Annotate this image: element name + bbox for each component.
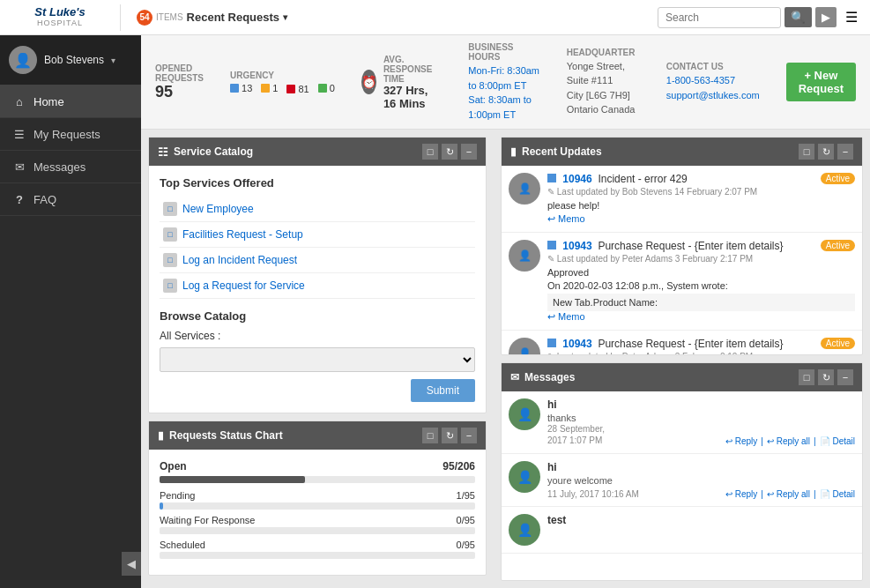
requests-chart-body: Open 95/206 Pending 1/95 xyxy=(149,450,486,575)
update-by-1: Last updated by Peter Adams 3 February 2… xyxy=(557,254,753,264)
recent-updates-list: 👤 10946 Incident - error 429 Active xyxy=(502,166,862,354)
messages-title: Messages xyxy=(524,371,575,383)
grid-icon: ☷ xyxy=(158,145,168,159)
reply-link-0[interactable]: ↩ Reply xyxy=(725,436,757,446)
service-item-2[interactable]: □ Log an Incident Request xyxy=(160,248,475,273)
messages-refresh-button[interactable]: ↻ xyxy=(818,369,834,385)
chart-row-label-pending: Pending 1/95 xyxy=(160,490,475,501)
submit-button[interactable]: Submit xyxy=(411,379,475,402)
requests-chart-controls: □ ↻ − xyxy=(422,428,477,443)
search-area: 🔍 ▶ ☰ xyxy=(658,7,863,28)
urgency-stat: URGENCY 13 1 81 0 xyxy=(230,71,335,94)
update-header-0: 10946 Incident - error 429 Active xyxy=(547,173,855,187)
chart-refresh-button[interactable]: ↻ xyxy=(442,428,457,443)
headquarter: HEADQUARTER Yonge Street, Suite #111 Cit… xyxy=(567,48,640,117)
recent-updates-square-button[interactable]: □ xyxy=(799,144,814,160)
ticket-type-1: Purchase Request - {Enter item details} xyxy=(598,240,783,252)
message-item-0: 👤 hi thanks 28 September, 2017 1:07 PM ↩… xyxy=(502,391,862,454)
service-catalog-refresh-button[interactable]: ↻ xyxy=(442,144,457,160)
service-item-3[interactable]: □ Log a Request for Service xyxy=(160,273,475,299)
chart-bar-bg xyxy=(160,552,475,559)
active-badge-1: Active xyxy=(821,240,855,251)
search-button[interactable]: 🔍 xyxy=(784,7,812,27)
sidebar-item-faq[interactable]: ? FAQ xyxy=(0,183,141,216)
user-dropdown-icon[interactable]: ▾ xyxy=(111,56,115,65)
service-item-label: Log a Request for Service xyxy=(182,279,305,292)
ticket-link-2[interactable]: 10943 xyxy=(562,338,591,350)
chart-open-bar-bg xyxy=(160,476,475,483)
browse-catalog-title: Browse Catalog xyxy=(160,309,475,323)
chart-value: 0/95 xyxy=(457,540,475,550)
sidebar: 👤 Bob Stevens ▾ ⌂ Home ☰ My Requests ✉ M… xyxy=(0,35,141,588)
recent-updates-minimize-button[interactable]: − xyxy=(837,144,853,160)
chart-icon: ▮ xyxy=(158,429,164,442)
recent-updates-header: ▮ Recent Updates □ ↻ − xyxy=(502,138,862,166)
chart-label: Scheduled xyxy=(160,540,205,550)
ticket-link-1[interactable]: 10943 xyxy=(562,240,591,252)
chart-bar-bg xyxy=(160,527,475,534)
ticket-link-0[interactable]: 10946 xyxy=(562,173,591,185)
sidebar-collapse-button[interactable]: ◀ xyxy=(122,552,141,576)
reply-all-link-1[interactable]: ↩ Reply all xyxy=(767,489,810,499)
update-meta-2: ✎ Last updated by Peter Adams 3 February… xyxy=(547,352,855,354)
msg-avatar-0: 👤 xyxy=(509,398,540,430)
chart-open-bar-fill xyxy=(160,476,305,483)
sidebar-item-home[interactable]: ⌂ Home xyxy=(0,86,141,118)
opened-requests-stat: OPENED REQUESTS 95 xyxy=(155,63,204,101)
chart-square-button[interactable]: □ xyxy=(422,428,438,443)
urgency-label: URGENCY xyxy=(230,71,335,80)
service-item-0[interactable]: □ New Employee xyxy=(160,197,475,222)
service-catalog-square-button[interactable]: □ xyxy=(422,144,438,160)
items-badge: 54 xyxy=(137,10,152,26)
update-meta-1: ✎ Last updated by Peter Adams 3 February… xyxy=(547,254,855,264)
update-sub-detail-1: New Tab.Product Name: xyxy=(547,294,855,311)
requests-chart-title-area: ▮ Requests Status Chart xyxy=(158,429,283,442)
urgency-yellow: 1 xyxy=(261,82,278,94)
messages-minimize-button[interactable]: − xyxy=(837,369,853,385)
search-input[interactable] xyxy=(658,7,781,28)
memo-link-1[interactable]: ↩ Memo xyxy=(547,311,585,322)
all-services-select[interactable] xyxy=(160,347,475,372)
breadcrumb-link[interactable]: Recent Requests ▾ xyxy=(187,11,287,24)
msg-time-1: 11 July, 2017 10:16 AM xyxy=(547,489,639,499)
reply-link-1[interactable]: ↩ Reply xyxy=(725,489,757,499)
detail-link-0[interactable]: 📄 Detail xyxy=(820,436,855,446)
update-item-2: 👤 10943 Purchase Request - {Enter item d… xyxy=(502,331,862,354)
update-text-1: Approved xyxy=(547,267,855,278)
avg-response-value: 327 Hrs, 16 Mins xyxy=(383,84,442,110)
sidebar-item-myrequests[interactable]: ☰ My Requests xyxy=(0,118,141,151)
chart-value: 0/95 xyxy=(457,515,475,525)
edit-icon: ✎ xyxy=(547,254,554,264)
messages-controls: □ ↻ − xyxy=(799,369,853,385)
detail-link-1[interactable]: 📄 Detail xyxy=(820,489,855,499)
msg-content-2: test xyxy=(547,514,855,546)
sidebar-item-messages[interactable]: ✉ Messages xyxy=(0,151,141,183)
update-title-0: 10946 Incident - error 429 xyxy=(547,173,688,185)
recent-updates-panel: ▮ Recent Updates □ ↻ − 👤 xyxy=(501,137,863,355)
chart-row-label-scheduled: Scheduled 0/95 xyxy=(160,540,475,550)
home-icon: ⌂ xyxy=(12,94,26,108)
msg-content-0: hi thanks 28 September, 2017 1:07 PM ↩ R… xyxy=(547,398,855,446)
reply-all-link-0[interactable]: ↩ Reply all xyxy=(767,436,810,446)
hamburger-menu-button[interactable]: ☰ xyxy=(840,9,863,26)
service-catalog-minimize-button[interactable]: − xyxy=(461,144,477,160)
nav-items: ⌂ Home ☰ My Requests ✉ Messages ? FAQ xyxy=(0,86,141,540)
user-area: 👤 Bob Stevens ▾ xyxy=(0,35,141,86)
chart-minimize-button[interactable]: − xyxy=(461,428,477,443)
hq-line2: City [L6G 7H9] Ontario Canada xyxy=(567,88,640,117)
update-header-2: 10943 Purchase Request - {Enter item det… xyxy=(547,338,855,352)
update-content-0: 10946 Incident - error 429 Active ✎ Last… xyxy=(547,173,855,225)
opened-requests-label: OPENED REQUESTS xyxy=(155,63,204,83)
ticket-type-0: Incident - error 429 xyxy=(598,173,687,185)
memo-link-0[interactable]: ↩ Memo xyxy=(547,213,585,224)
messages-square-button[interactable]: □ xyxy=(799,369,814,385)
recent-updates-refresh-button[interactable]: ↻ xyxy=(818,144,834,160)
msg-avatar-2: 👤 xyxy=(509,514,540,546)
service-item-1[interactable]: □ Facilities Request - Setup xyxy=(160,222,475,248)
chart-value: 1/95 xyxy=(457,490,475,501)
nav-forward-button[interactable]: ▶ xyxy=(815,7,837,27)
update-avatar-1: 👤 xyxy=(509,240,540,272)
chart-row-label-waiting: Waiting For Response 0/95 xyxy=(160,515,475,525)
new-request-button[interactable]: + New Request xyxy=(786,63,856,101)
chart-row-scheduled: Scheduled 0/95 xyxy=(160,540,475,559)
